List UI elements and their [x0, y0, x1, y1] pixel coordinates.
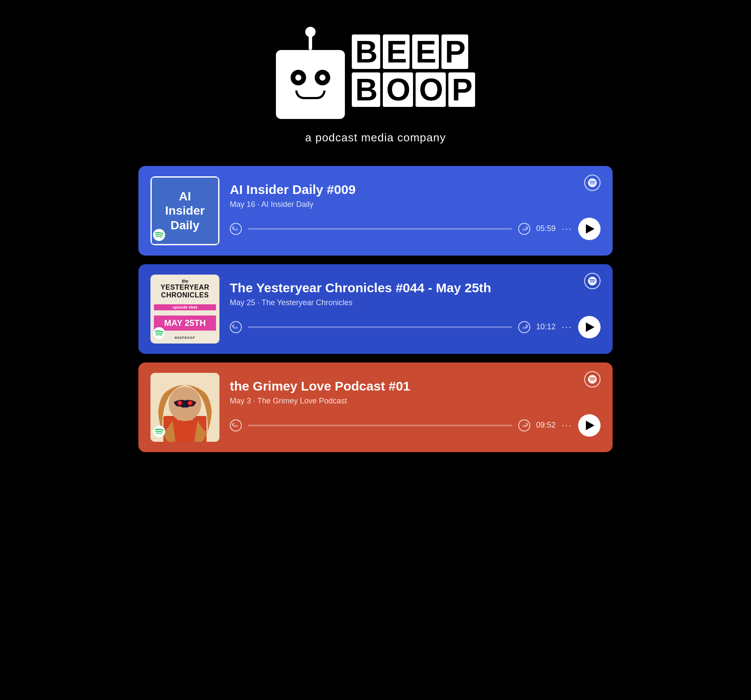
- skip-forward-icon: 15: [518, 223, 530, 235]
- podcast-title-yesteryear: The Yesteryear Chronicles #044 - May 25t…: [230, 280, 601, 296]
- letter-b2: B: [352, 72, 380, 107]
- podcast-controls-yesteryear: 15 15 10:12 ···: [230, 316, 601, 338]
- more-options-yesteryear[interactable]: ···: [562, 322, 572, 333]
- podcast-title-ai-insider: AI Insider Daily #009: [230, 182, 601, 197]
- podcast-meta-yesteryear: May 25 · The Yesteryear Chronicles: [230, 298, 601, 307]
- artwork-grimey: [150, 373, 219, 442]
- svg-point-17: [189, 402, 191, 404]
- beepboop-logo-text: B E E P B O O P: [352, 34, 475, 107]
- robot-eyes-icon: [291, 70, 330, 85]
- spotify-logo-icon: [588, 178, 597, 187]
- duration-ai-insider: 05:59: [536, 224, 556, 233]
- skip-back-button-grimey[interactable]: 15: [230, 419, 242, 431]
- more-options-grimey[interactable]: ···: [562, 420, 572, 431]
- robot-antenna-icon: [309, 34, 312, 50]
- skip-forward-button-grimey[interactable]: 15: [518, 419, 530, 431]
- skip-back-icon: 15: [230, 223, 242, 235]
- podcast-meta-grimey: May 3 · The Grimey Love Podcast: [230, 397, 601, 406]
- spotify-icon-yesteryear: [584, 273, 601, 289]
- svg-point-16: [178, 402, 181, 404]
- spotify-logo-yesteryear-icon: [588, 277, 597, 285]
- podcast-title-grimey: the Grimey Love Podcast #01: [230, 378, 601, 394]
- artwork-ai-insider: AIInsiderDaily: [150, 176, 219, 245]
- letter-b1: B: [352, 34, 380, 69]
- play-button-grimey[interactable]: [578, 414, 601, 437]
- play-icon-ai-insider: [586, 224, 595, 234]
- artwork-spotify-badge-ai: [153, 229, 165, 243]
- podcast-card-ai-insider: AIInsiderDaily AI Insider Daily #009 May…: [138, 166, 613, 256]
- skip-forward-button-ai[interactable]: 15: [518, 223, 530, 235]
- boop-word: B O O P: [352, 72, 475, 107]
- skip-back-grimey-icon: 15: [230, 419, 242, 431]
- letter-p2: P: [448, 72, 475, 107]
- play-button-yesteryear[interactable]: [578, 316, 601, 338]
- podcast-card-grimey: the Grimey Love Podcast #01 May 3 · The …: [138, 362, 613, 452]
- podcast-info-grimey: the Grimey Love Podcast #01 May 3 · The …: [230, 378, 601, 437]
- more-options-ai-insider[interactable]: ···: [562, 223, 572, 234]
- beepboop-badge: BEEPBOOP: [175, 336, 195, 339]
- svg-text:15: 15: [234, 326, 238, 330]
- logo-subtitle: a podcast media company: [305, 131, 446, 144]
- ai-insider-artwork-text: AIInsiderDaily: [165, 189, 205, 233]
- podcast-controls-ai-insider: 15 15 05:59 ···: [230, 218, 601, 240]
- spotify-badge-icon: [153, 229, 165, 241]
- skip-forward-button-yy[interactable]: 15: [518, 321, 530, 333]
- robot-eye-left-icon: [291, 70, 306, 85]
- podcast-info-yesteryear: The Yesteryear Chronicles #044 - May 25t…: [230, 280, 601, 338]
- progress-bar-grimey[interactable]: [248, 425, 512, 426]
- progress-bar-yesteryear[interactable]: [248, 326, 512, 328]
- duration-grimey: 09:52: [536, 421, 556, 430]
- play-button-ai-insider[interactable]: [578, 218, 601, 240]
- podcast-cards-list: AIInsiderDaily AI Insider Daily #009 May…: [138, 166, 613, 452]
- skip-back-button-yy[interactable]: 15: [230, 321, 242, 333]
- robot-eye-right-icon: [315, 70, 330, 85]
- spotify-circle-yesteryear: [584, 273, 601, 289]
- spotify-circle: [584, 175, 601, 191]
- episode-badge: episode #044: [154, 304, 216, 310]
- letter-e2: E: [412, 34, 439, 69]
- letter-o2: O: [416, 72, 446, 107]
- letter-o1: O: [383, 72, 413, 107]
- podcast-controls-grimey: 15 15 09:52 ···: [230, 414, 601, 437]
- robot-body-icon: [276, 50, 345, 119]
- spotify-logo-grimey-icon: [588, 375, 597, 384]
- skip-back-yy-icon: 15: [230, 321, 242, 333]
- skip-back-button-ai[interactable]: 15: [230, 223, 242, 235]
- spotify-circle-grimey: [584, 371, 601, 388]
- spotify-badge-grimey-icon: [153, 425, 165, 438]
- play-icon-yesteryear: [586, 322, 595, 332]
- podcast-card-yesteryear: the YESTERYEAR CHRONICLES episode #044 M…: [138, 264, 613, 354]
- play-icon-grimey: [586, 421, 595, 430]
- logo-graphic: B E E P B O O P: [276, 34, 475, 119]
- duration-yesteryear: 10:12: [536, 322, 556, 331]
- skip-forward-grimey-icon: 15: [518, 419, 530, 431]
- progress-bar-ai-insider[interactable]: [248, 228, 512, 230]
- svg-text:15: 15: [234, 424, 238, 428]
- yesteryear-top-text: the YESTERYEAR CHRONICLES: [161, 279, 210, 299]
- artwork-spotify-badge-grimey: [153, 425, 165, 439]
- logo-section: B E E P B O O P a podcast media company: [276, 34, 475, 144]
- artwork-spotify-badge-yy: [153, 327, 165, 341]
- artwork-yesteryear: the YESTERYEAR CHRONICLES episode #044 M…: [150, 275, 219, 344]
- podcast-info-ai-insider: AI Insider Daily #009 May 16 · AI Inside…: [230, 182, 601, 240]
- beep-word: B E E P: [352, 34, 475, 69]
- robot-face-icon: [276, 34, 345, 119]
- skip-forward-yy-icon: 15: [518, 321, 530, 333]
- spotify-badge-yy-icon: [153, 327, 165, 339]
- robot-mouth-icon: [295, 91, 325, 99]
- letter-e: E: [383, 34, 410, 69]
- podcast-meta-ai-insider: May 16 · AI Insider Daily: [230, 200, 601, 209]
- spotify-icon-grimey: [584, 371, 601, 388]
- letter-p: P: [441, 34, 468, 69]
- spotify-icon-ai-insider: [584, 175, 601, 191]
- svg-text:15: 15: [234, 228, 238, 231]
